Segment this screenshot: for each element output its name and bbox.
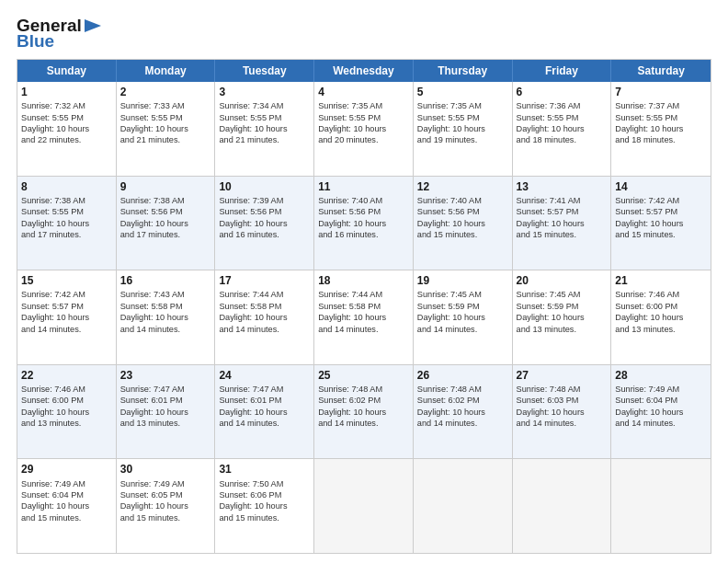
cell-line-3: and 13 minutes.	[120, 418, 211, 429]
day-number: 27	[517, 368, 608, 383]
cell-line-3: and 15 minutes.	[21, 512, 112, 523]
cell-line-0: Sunrise: 7:34 AM	[219, 100, 310, 111]
cell-line-0: Sunrise: 7:39 AM	[219, 195, 310, 206]
cal-cell-day-9: 9Sunrise: 7:38 AMSunset: 5:56 PMDaylight…	[117, 177, 216, 270]
cell-line-3: and 18 minutes.	[517, 134, 608, 145]
day-number: 17	[219, 273, 310, 288]
cal-header-day-sunday: Sunday	[17, 60, 117, 82]
cell-line-0: Sunrise: 7:49 AM	[21, 478, 112, 489]
day-number: 6	[517, 85, 608, 99]
cell-line-2: Daylight: 10 hours	[417, 312, 508, 323]
day-number: 8	[21, 179, 112, 194]
cell-line-2: Daylight: 10 hours	[517, 407, 608, 418]
cell-line-1: Sunset: 5:57 PM	[517, 206, 608, 217]
cell-line-2: Daylight: 10 hours	[219, 500, 310, 511]
cell-line-2: Daylight: 10 hours	[318, 218, 409, 229]
cal-cell-day-11: 11Sunrise: 7:40 AMSunset: 5:56 PMDayligh…	[314, 177, 414, 270]
day-number: 29	[21, 462, 112, 477]
cell-line-1: Sunset: 5:58 PM	[219, 301, 310, 312]
cal-cell-day-5: 5Sunrise: 7:35 AMSunset: 5:55 PMDaylight…	[414, 82, 513, 176]
cal-row-2: 15Sunrise: 7:42 AMSunset: 5:57 PMDayligh…	[17, 270, 711, 365]
cell-line-1: Sunset: 6:05 PM	[120, 489, 211, 500]
cell-line-0: Sunrise: 7:40 AM	[417, 195, 508, 206]
day-number: 3	[219, 85, 310, 99]
cell-line-3: and 15 minutes.	[120, 512, 211, 523]
cell-line-1: Sunset: 6:00 PM	[615, 301, 707, 312]
cell-line-1: Sunset: 6:04 PM	[615, 395, 707, 406]
cell-line-2: Daylight: 10 hours	[615, 218, 707, 229]
cal-cell-day-26: 26Sunrise: 7:48 AMSunset: 6:02 PMDayligh…	[414, 365, 513, 459]
cell-line-0: Sunrise: 7:37 AM	[615, 100, 707, 111]
day-number: 12	[417, 179, 508, 194]
cal-header-day-monday: Monday	[117, 60, 216, 82]
cell-line-2: Daylight: 10 hours	[219, 218, 310, 229]
day-number: 7	[615, 85, 707, 99]
cell-line-2: Daylight: 10 hours	[219, 312, 310, 323]
cell-line-3: and 21 minutes.	[219, 134, 310, 145]
cell-line-1: Sunset: 5:59 PM	[517, 301, 608, 312]
day-number: 21	[615, 273, 707, 288]
cell-line-1: Sunset: 5:58 PM	[120, 301, 211, 312]
day-number: 13	[517, 179, 608, 194]
cal-cell-day-22: 22Sunrise: 7:46 AMSunset: 6:00 PMDayligh…	[17, 365, 117, 459]
cell-line-3: and 14 minutes.	[417, 324, 508, 335]
cal-cell-empty	[414, 459, 513, 553]
cell-line-3: and 20 minutes.	[318, 134, 409, 145]
cell-line-0: Sunrise: 7:49 AM	[120, 478, 211, 489]
cell-line-2: Daylight: 10 hours	[318, 312, 409, 323]
cell-line-1: Sunset: 6:02 PM	[417, 395, 508, 406]
cal-header-day-thursday: Thursday	[414, 60, 513, 82]
cell-line-2: Daylight: 10 hours	[21, 218, 112, 229]
cell-line-0: Sunrise: 7:32 AM	[21, 100, 112, 111]
logo-blue: Blue	[17, 32, 54, 50]
day-number: 5	[417, 85, 508, 99]
cal-cell-day-15: 15Sunrise: 7:42 AMSunset: 5:57 PMDayligh…	[17, 270, 117, 364]
calendar: SundayMondayTuesdayWednesdayThursdayFrid…	[17, 59, 711, 554]
cell-line-1: Sunset: 5:56 PM	[120, 206, 211, 217]
calendar-header: SundayMondayTuesdayWednesdayThursdayFrid…	[17, 60, 711, 82]
cell-line-3: and 15 minutes.	[517, 229, 608, 240]
cell-line-1: Sunset: 5:56 PM	[219, 206, 310, 217]
cell-line-0: Sunrise: 7:35 AM	[318, 100, 409, 111]
svg-marker-0	[85, 19, 101, 32]
day-number: 16	[120, 273, 211, 288]
cell-line-1: Sunset: 5:55 PM	[318, 112, 409, 123]
cal-cell-day-7: 7Sunrise: 7:37 AMSunset: 5:55 PMDaylight…	[611, 82, 711, 176]
cell-line-3: and 19 minutes.	[417, 134, 508, 145]
cell-line-0: Sunrise: 7:45 AM	[417, 289, 508, 300]
cell-line-1: Sunset: 5:57 PM	[21, 301, 112, 312]
cell-line-0: Sunrise: 7:46 AM	[21, 384, 112, 395]
cal-cell-day-19: 19Sunrise: 7:45 AMSunset: 5:59 PMDayligh…	[414, 270, 513, 364]
cell-line-2: Daylight: 10 hours	[417, 218, 508, 229]
day-number: 26	[417, 368, 508, 383]
cell-line-3: and 14 minutes.	[417, 418, 508, 429]
cell-line-3: and 21 minutes.	[120, 134, 211, 145]
cell-line-1: Sunset: 5:55 PM	[517, 112, 608, 123]
cell-line-0: Sunrise: 7:47 AM	[120, 384, 211, 395]
cell-line-1: Sunset: 5:55 PM	[219, 112, 310, 123]
cell-line-3: and 13 minutes.	[21, 418, 112, 429]
cell-line-0: Sunrise: 7:48 AM	[517, 384, 608, 395]
cell-line-3: and 14 minutes.	[21, 324, 112, 335]
cell-line-0: Sunrise: 7:44 AM	[318, 289, 409, 300]
cal-cell-day-24: 24Sunrise: 7:47 AMSunset: 6:01 PMDayligh…	[215, 365, 314, 459]
cell-line-0: Sunrise: 7:42 AM	[615, 195, 707, 206]
day-number: 11	[318, 179, 409, 194]
cal-cell-day-3: 3Sunrise: 7:34 AMSunset: 5:55 PMDaylight…	[215, 82, 314, 176]
cell-line-2: Daylight: 10 hours	[21, 407, 112, 418]
header: General Blue	[17, 17, 711, 50]
cell-line-3: and 17 minutes.	[21, 229, 112, 240]
cell-line-1: Sunset: 5:58 PM	[318, 301, 409, 312]
cell-line-2: Daylight: 10 hours	[120, 407, 211, 418]
cell-line-3: and 14 minutes.	[318, 324, 409, 335]
cell-line-2: Daylight: 10 hours	[120, 218, 211, 229]
cell-line-3: and 14 minutes.	[120, 324, 211, 335]
cell-line-3: and 13 minutes.	[615, 324, 707, 335]
cell-line-2: Daylight: 10 hours	[615, 123, 707, 134]
cal-header-day-saturday: Saturday	[611, 60, 711, 82]
cell-line-1: Sunset: 6:01 PM	[219, 395, 310, 406]
day-number: 24	[219, 368, 310, 383]
cell-line-2: Daylight: 10 hours	[417, 407, 508, 418]
cal-row-0: 1Sunrise: 7:32 AMSunset: 5:55 PMDaylight…	[17, 82, 711, 177]
cell-line-0: Sunrise: 7:35 AM	[417, 100, 508, 111]
